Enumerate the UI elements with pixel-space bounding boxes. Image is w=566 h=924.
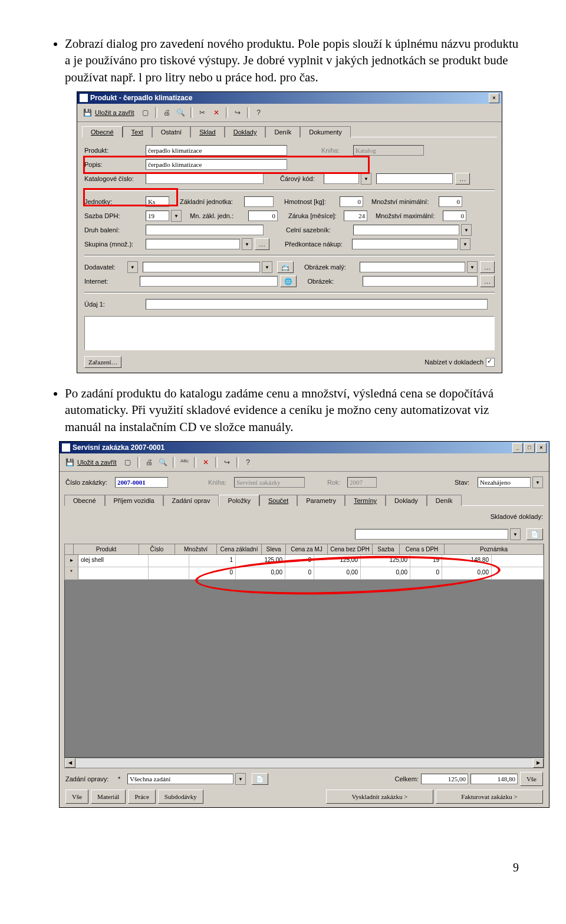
h-scrollbar[interactable]: ◀ ▶ [64,758,544,768]
tab-denik[interactable]: Deník [427,495,462,506]
tab-text[interactable]: Text [123,126,152,137]
preview-icon[interactable]: 🔍 [157,456,170,469]
btn-material[interactable]: Materiál [91,790,126,804]
tab-obecne[interactable]: Obecné [82,126,123,137]
tab-terminy[interactable]: Termíny [345,495,386,506]
obrmaly-field[interactable] [360,262,465,272]
carkod-dd[interactable]: ▼ [361,173,371,185]
obrmaly-dd[interactable]: ▼ [467,261,478,273]
tab-dokumenty[interactable]: Dokumenty [300,126,351,137]
tab-parametry[interactable]: Parametry [297,495,345,506]
save-icon[interactable]: 💾 [81,106,94,119]
table-row[interactable]: * 0 0,00 0 0,00 0,00 0 0,00 [65,567,544,580]
internet-field[interactable] [140,276,278,287]
col-cenabez[interactable]: Cena bez DPH [328,544,373,555]
notes-area[interactable] [84,316,495,350]
dodavatel-dd[interactable]: ▼ [262,261,272,273]
save-close-button[interactable]: Uložit a zavřít [95,109,134,116]
col-cenazakl[interactable]: Cena základní [217,544,262,555]
globe-icon[interactable]: 🌐 [280,275,297,287]
maximize-icon[interactable]: □ [524,443,535,453]
new-icon[interactable]: ▢ [121,456,134,469]
tab-doklady[interactable]: Doklady [225,126,266,137]
col-cenamj[interactable]: Cena za MJ [286,544,328,555]
preview-icon[interactable]: 🔍 [175,106,187,119]
btn-prace[interactable]: Práce [128,790,155,804]
carkod-type[interactable] [324,173,359,184]
tab-soucet[interactable]: Součet [259,495,297,506]
udaj1-field[interactable] [146,299,488,310]
katcislo-field[interactable] [146,173,264,184]
spell-icon[interactable]: ᴬᴮᶜ [178,456,191,469]
stav-dd[interactable]: ▼ [532,476,543,488]
goto-icon[interactable]: ↪ [221,456,233,469]
celni-dd[interactable]: ▼ [461,224,472,236]
help-icon[interactable]: ? [242,456,255,469]
close-icon[interactable]: × [489,93,499,103]
col-produkt[interactable]: Produkt [74,544,139,555]
btn-vse[interactable]: Vše [65,790,88,804]
hmotnost-field[interactable] [340,196,363,207]
obrazek-field[interactable] [363,276,478,287]
tab-ostatni[interactable]: Ostatní [152,126,190,137]
scroll-left-icon[interactable]: ◀ [65,758,75,768]
tab-zadani[interactable]: Zadání oprav [163,495,219,506]
mnozmax-field[interactable] [443,211,466,221]
dodavatel-field[interactable] [143,262,260,272]
sazbadph-field[interactable] [146,211,169,221]
carkod-field[interactable] [376,173,453,184]
nabizet-checkbox[interactable] [486,358,495,367]
scroll-right-icon[interactable]: ▶ [533,758,544,768]
skupina-dd[interactable]: ▼ [242,238,252,250]
save-close-button[interactable]: Uložit a zavřít [77,459,117,466]
btn-vyskladnit[interactable]: Vyskladnit zakázku > [326,790,433,804]
delete-icon[interactable]: ✕ [210,106,223,119]
stav-field[interactable] [478,477,531,488]
close-icon[interactable]: × [536,443,547,453]
zadani-dd[interactable]: ▼ [235,773,246,785]
carkod-more[interactable]: … [455,173,470,185]
zarazeni-button[interactable]: Zařazení… [84,356,121,368]
col-cislo[interactable]: Číslo [139,544,175,555]
tab-polozky[interactable]: Položky [219,495,259,506]
col-sleva[interactable]: Sleva [262,544,286,555]
col-mnozstvi[interactable]: Množství [175,544,217,555]
dodavatel-card-icon[interactable]: 📇 [277,261,294,273]
zadani-field[interactable] [127,774,233,784]
tab-doklady[interactable]: Doklady [386,495,427,506]
tab-obecne[interactable]: Obecné [64,495,105,506]
sklad-open-icon[interactable]: 📄 [526,528,543,540]
celni-field[interactable] [353,225,459,235]
sklad-dd[interactable]: ▼ [510,528,521,540]
col-cenasdph[interactable]: Cena s DPH [400,544,445,555]
popis-field[interactable] [146,159,287,170]
cislo-field[interactable] [115,477,168,488]
new-icon[interactable]: ▢ [139,106,152,119]
skupina-more[interactable]: … [255,238,269,250]
sklad-field[interactable] [355,529,508,540]
col-sazba[interactable]: Sazba [373,544,400,555]
table-row[interactable]: ▸ olej shell 1 125,00 0 125,00 125,00 19… [65,555,544,567]
tab-denik[interactable]: Deník [265,126,300,137]
zaruka-field[interactable] [344,211,367,221]
zakljedn-field[interactable] [244,196,274,207]
help-icon[interactable]: ? [252,106,265,119]
btn-fakturovat[interactable]: Fakturovat zakázku > [436,790,543,804]
print-icon[interactable]: 🖨 [160,106,173,119]
cut-icon[interactable]: ✂ [196,106,209,119]
zadani-open-icon[interactable]: 📄 [252,773,268,785]
skupina-field[interactable] [146,239,240,249]
dodavatel-pre-dd[interactable]: ▼ [127,261,138,273]
predkont-dd[interactable]: ▼ [460,238,470,250]
tab-prijem[interactable]: Příjem vozidla [105,495,163,506]
jednotky-field[interactable] [146,196,169,207]
predkont-field[interactable] [352,239,458,249]
druhbal-field[interactable] [146,225,264,235]
btn-subdodavky[interactable]: Subdodávky [158,790,203,804]
delete-icon[interactable]: ✕ [199,456,212,469]
col-poznamka[interactable]: Poznámka [445,544,544,555]
sazbadph-dd[interactable]: ▼ [171,210,182,222]
mnzakl-field[interactable] [248,211,278,221]
vse-button[interactable]: Vše [520,772,543,786]
print-icon[interactable]: 🖨 [143,456,156,469]
